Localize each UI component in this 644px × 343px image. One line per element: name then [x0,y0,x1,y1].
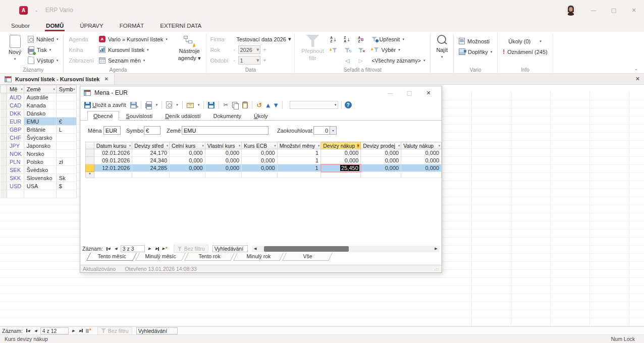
notifications-button[interactable]: ! Oznámení (245) [501,46,549,57]
rok-minus-button[interactable]: - [232,47,236,52]
new-row-marker[interactable]: * [86,172,94,178]
column-header-mena[interactable]: Mě▾ [7,85,24,93]
currency-code-cell[interactable]: JPY [7,142,24,150]
grid-cell[interactable]: 0,000 [242,157,277,164]
grid-cell[interactable]: 0,000 [242,149,277,157]
print-button[interactable] [144,101,153,109]
currency-row[interactable]: SEKŠvédsko [1,166,77,174]
filter-caret-icon[interactable]: ▾ [398,144,400,148]
grid-cell[interactable]: 09.01.2026 [94,157,132,164]
symbol-cell[interactable]: L [56,126,76,134]
currency-row[interactable]: JPYJaponsko [1,142,77,150]
tab-obecne[interactable]: Obecné [87,111,119,121]
grid-cell[interactable]: 24,340 [132,157,170,164]
toolbar-combobox[interactable]: ▾ [290,101,338,109]
currency-code-cell[interactable]: CHF [7,134,24,142]
grid-cell[interactable]: 0,000 [205,157,241,164]
copy-button[interactable] [231,101,239,109]
print-caret[interactable]: ▾ [155,102,159,107]
send-caret[interactable]: ▾ [197,102,201,107]
row-selector[interactable] [1,118,7,126]
grid-cell[interactable]: 24,170 [132,149,170,157]
row-selector[interactable] [1,126,7,134]
symbol-cell[interactable] [56,109,76,118]
symbol-cell[interactable] [56,134,76,142]
save-and-close-button[interactable]: Uložit a zavřít [83,101,127,109]
currency-code-cell[interactable]: USD [7,182,24,190]
currency-code-cell[interactable]: PLN [7,158,24,166]
grid-column-header[interactable]: Vlastní kurs▾ [205,142,241,149]
rok-select[interactable]: 2026▾ [238,45,260,54]
currency-row[interactable]: GBPBritánieL [1,126,77,134]
sheet-tab[interactable]: Tento měsíc [86,253,137,261]
resize-grip-icon[interactable]: .:: [434,267,439,271]
symbol-cell[interactable]: $ [56,182,76,190]
addons-button[interactable]: Doplňky▾ [457,46,494,57]
prev-record-button[interactable]: ◀ [32,327,39,334]
agenda-tools-button[interactable]: Nástroje agendy ▾ [176,34,203,63]
obdobi-plus-button[interactable]: + [262,58,266,63]
first-record-button[interactable]: ◀ [24,327,32,334]
grid-cell[interactable]: 1 [277,157,321,164]
vario-agenda-button[interactable]: A Vario » Kursovní lístek▾ [97,34,169,44]
obdobi-select[interactable]: 1▾ [238,56,260,65]
close-all-tabs-icon[interactable]: ✕ [635,76,644,82]
symbol-cell[interactable] [56,142,76,150]
paste-button[interactable] [241,101,249,109]
column-header-symb[interactable]: Symb▾ [56,85,76,93]
advanced-filter-button[interactable]: Upřesnit▾ [370,34,426,44]
country-cell[interactable]: USA [24,182,56,190]
currency-empty-row[interactable] [1,190,77,198]
menu-externi-data[interactable]: EXTERNÍ DATA [154,21,207,32]
country-cell[interactable]: Austrálie [24,93,56,101]
close-button[interactable]: ✕ [624,0,644,20]
country-cell[interactable]: Británie [24,126,56,134]
row-selector[interactable] [1,93,7,101]
currency-code-cell[interactable]: GBP [7,126,24,134]
collapse-ribbon-icon[interactable]: ⌄ [634,66,638,71]
currency-row[interactable]: AUDAustrálie [1,93,77,101]
dialog-titlebar[interactable]: Mena - EUR — □ ✕ [80,86,442,99]
scroll-left-icon[interactable]: ◀ [252,247,259,251]
minimize-button[interactable]: — [583,0,604,20]
tab-souvislosti[interactable]: Souvislosti [121,111,158,120]
currency-code-cell[interactable]: SKK [7,174,24,182]
filter-caret-icon[interactable]: ▾ [274,144,276,148]
currency-code-cell[interactable]: NOK [7,150,24,158]
symbol-cell[interactable] [56,101,76,109]
currency-row[interactable]: CADKanada [1,101,77,109]
country-cell[interactable]: Dánsko [24,109,56,118]
menu-upravy[interactable]: ÚPRAVY [74,21,109,32]
row-selector[interactable] [1,142,7,150]
filter-caret-icon[interactable]: ▾ [318,144,319,148]
grid-row[interactable]: 09.01.202624,3400,0000,0000,00010,0000,0… [86,157,442,164]
new-button[interactable]: Nový ▾ [7,34,23,62]
currency-row[interactable]: CHFŠvýcarsko [1,134,77,142]
record-position-box[interactable]: 3 z 3 [121,245,145,252]
country-cell[interactable]: Kanada [24,101,56,109]
row-selector[interactable] [1,109,7,118]
last-record-button[interactable]: ▶ [77,327,85,334]
selected-cell[interactable]: 25,450 [321,164,361,172]
kursovni-listek-button[interactable]: Kursovní lístek▾ [97,44,169,55]
symbol-cell[interactable] [56,150,76,158]
symbol-cell[interactable] [56,93,76,101]
symbol-cell[interactable]: Sk [56,174,76,182]
rok-plus-button[interactable]: + [262,47,266,52]
dialog-minimize-button[interactable]: — [381,90,400,96]
symbol-cell[interactable]: zł [56,158,76,166]
symbol-field[interactable] [144,126,160,135]
new-record-button[interactable]: ▶* [161,245,169,252]
print-button[interactable]: Tisk▾ [26,44,60,55]
output-button[interactable]: Výstup▾ [26,55,60,66]
no-filter-button[interactable]: Bez filtru [174,245,208,253]
grid-cell[interactable]: 0,000 [321,149,361,157]
grid-cell[interactable]: 1 [277,164,321,172]
filter-caret-icon[interactable]: ▾ [439,144,440,148]
dialog-maximize-button[interactable]: □ [400,90,419,96]
grid-cell[interactable]: 0,000 [321,157,361,164]
column-header-zeme[interactable]: Země▾ [24,85,56,93]
filter-caret-icon[interactable]: ▾ [357,144,359,148]
row-selector[interactable] [1,134,7,142]
options-button[interactable]: Možnosti [457,36,494,46]
